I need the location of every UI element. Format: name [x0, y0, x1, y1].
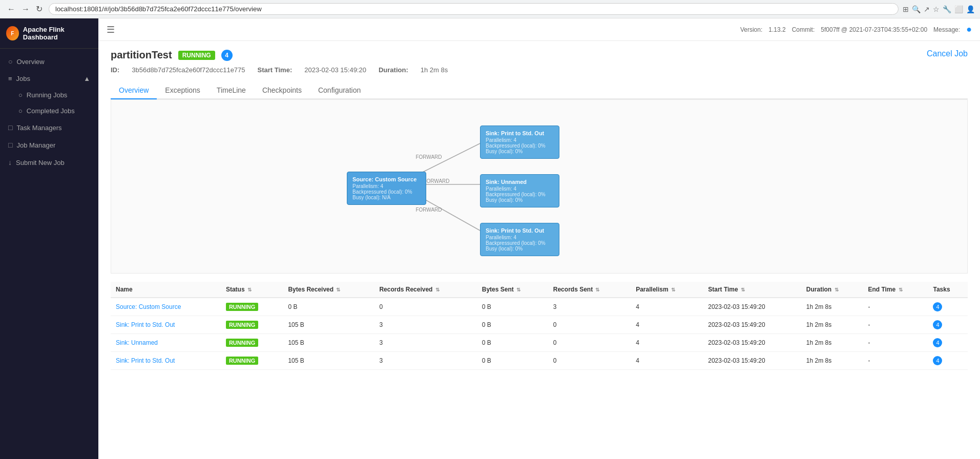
row-name-link[interactable]: Sink: Print to Std. Out [116, 357, 175, 364]
node-sink-top-parallelism: Parallelism: 4 [486, 137, 554, 143]
graph-node-sink-middle[interactable]: Sink: Unnamed Parallelism: 4 Backpressur… [480, 174, 559, 207]
job-manager-icon: □ [8, 141, 12, 149]
window-icon: ⬜ [954, 5, 963, 13]
row-start-time: 2023-02-03 15:49:20 [703, 298, 801, 316]
logo-icon: F [6, 26, 19, 40]
col-parallelism: Parallelism ⇅ [631, 282, 703, 298]
node-sink-top-backpressure: Backpressured (local): 0% [486, 143, 554, 149]
job-meta: ID: 3b56d8b7d725fca2e60f72dccc11e775 Sta… [111, 66, 448, 74]
node-sink-middle-busy: Busy (local): 0% [486, 197, 554, 203]
sidebar-item-completed-jobs-label: Completed Jobs [27, 107, 75, 115]
back-button[interactable]: ← [5, 4, 17, 15]
row-records-sent: 0 [548, 334, 631, 352]
node-sink-middle-title: Sink: Unnamed [486, 179, 554, 185]
start-time-label: Start Time: [258, 66, 293, 74]
row-records-sent: 0 [548, 316, 631, 334]
row-records-received: 3 [374, 352, 476, 370]
row-parallelism: 4 [631, 298, 703, 316]
row-status-badge: RUNNING [226, 339, 258, 347]
row-records-sent: 3 [548, 298, 631, 316]
table-body: Source: Custom Source RUNNING 0 B 0 0 B … [111, 298, 968, 370]
row-name-link[interactable]: Sink: Unnamed [116, 339, 158, 346]
row-name-link[interactable]: Sink: Print to Std. Out [116, 321, 175, 328]
hamburger-icon[interactable]: ☰ [107, 24, 115, 35]
tabs: Overview Exceptions TimeLine Checkpoints… [111, 82, 968, 99]
row-name-link[interactable]: Source: Custom Source [116, 303, 181, 310]
node-source-busy: Busy (local): N/A [352, 195, 421, 200]
sidebar-logo: F Apache Flink Dashboard [0, 18, 98, 49]
sidebar-item-submit-new-job[interactable]: ↓ Submit New Job [0, 154, 98, 171]
row-tasks: 4 [928, 316, 968, 334]
id-label: ID: [111, 66, 119, 74]
version-value: 1.13.2 [768, 26, 785, 33]
node-source-parallelism: Parallelism: 4 [352, 183, 421, 189]
row-parallelism: 4 [631, 352, 703, 370]
sidebar: F Apache Flink Dashboard ○ Overview ≡ Jo… [0, 18, 98, 459]
col-records-sent: Records Sent ⇅ [548, 282, 631, 298]
row-tasks: 4 [928, 334, 968, 352]
graph-node-source[interactable]: Source: Custom Source Parallelism: 4 Bac… [347, 172, 426, 205]
profile-icon: 👤 [966, 5, 975, 13]
address-bar[interactable] [49, 3, 899, 15]
row-bytes-received: 105 B [283, 334, 374, 352]
sidebar-item-jobs[interactable]: ≡ Jobs ▲ [0, 70, 98, 87]
row-bytes-received: 105 B [283, 352, 374, 370]
commit-label: Commit: [792, 26, 815, 33]
nav-controls[interactable]: ← → ↻ [5, 3, 45, 15]
tab-exceptions[interactable]: Exceptions [157, 82, 208, 99]
browser-bar: ← → ↻ ⊞ 🔍 ↗ ☆ 🔧 ⬜ 👤 [0, 0, 980, 18]
tab-timeline[interactable]: TimeLine [208, 82, 254, 99]
tab-overview[interactable]: Overview [111, 82, 157, 99]
tab-configuration[interactable]: Configuration [310, 82, 369, 99]
tab-checkpoints[interactable]: Checkpoints [254, 82, 310, 99]
job-start-time: 2023-02-03 15:49:20 [304, 66, 366, 74]
sidebar-item-job-manager[interactable]: □ Job Manager [0, 136, 98, 154]
row-end-time: - [863, 334, 928, 352]
sidebar-item-overview-label: Overview [16, 58, 44, 66]
svg-text:FORWARD: FORWARD [415, 154, 442, 160]
table-header: Name Status ⇅ Bytes Received ⇅ Records R… [111, 282, 968, 298]
overview-icon: ○ [8, 57, 12, 66]
sidebar-item-overview[interactable]: ○ Overview [0, 53, 98, 70]
version-label: Version: [740, 26, 762, 33]
reload-button[interactable]: ↻ [34, 3, 45, 15]
svg-text:FORWARD: FORWARD [423, 178, 449, 184]
col-status: Status ⇅ [221, 282, 283, 298]
sidebar-item-submit-new-job-label: Submit New Job [16, 159, 65, 166]
job-title: partitionTest [111, 49, 172, 61]
row-tasks: 4 [928, 298, 968, 316]
table-row: Sink: Unnamed RUNNING 105 B 3 0 B 0 4 20… [111, 334, 968, 352]
node-sink-bottom-title: Sink: Print to Std. Out [486, 227, 554, 234]
status-badge: RUNNING [178, 51, 215, 60]
logo-text: Apache Flink Dashboard [23, 26, 92, 41]
col-end-time: End Time ⇅ [863, 282, 928, 298]
row-start-time: 2023-02-03 15:49:20 [703, 316, 801, 334]
graph-node-sink-top[interactable]: Sink: Print to Std. Out Parallelism: 4 B… [480, 126, 559, 159]
sidebar-item-running-jobs-label: Running Jobs [27, 91, 68, 99]
row-bytes-sent: 0 B [477, 334, 548, 352]
table-row: Sink: Print to Std. Out RUNNING 105 B 3 … [111, 316, 968, 334]
job-id-value: 3b56d8b7d725fca2e60f72dccc11e775 [132, 66, 245, 74]
forward-button[interactable]: → [19, 4, 32, 15]
col-start-time: Start Time ⇅ [703, 282, 801, 298]
row-tasks: 4 [928, 352, 968, 370]
sidebar-nav: ○ Overview ≡ Jobs ▲ ○ Running Jobs ○ Com… [0, 49, 98, 175]
sidebar-item-completed-jobs[interactable]: ○ Completed Jobs [0, 103, 98, 119]
col-duration: Duration ⇅ [801, 282, 863, 298]
cancel-job-button[interactable]: Cancel Job [927, 49, 968, 58]
table-row: Source: Custom Source RUNNING 0 B 0 0 B … [111, 298, 968, 316]
sidebar-item-running-jobs[interactable]: ○ Running Jobs [0, 87, 98, 103]
row-bytes-sent: 0 B [477, 352, 548, 370]
running-jobs-icon: ○ [18, 91, 23, 99]
graph-node-sink-bottom[interactable]: Sink: Print to Std. Out Parallelism: 4 B… [480, 223, 559, 256]
job-duration: 1h 2m 8s [421, 66, 448, 74]
row-status-badge: RUNNING [226, 357, 258, 365]
col-name: Name [111, 282, 221, 298]
row-parallelism: 4 [631, 334, 703, 352]
sidebar-item-job-manager-label: Job Manager [16, 141, 55, 149]
content-area: partitionTest RUNNING 4 ID: 3b56d8b7d725… [98, 41, 980, 459]
row-bytes-sent: 0 B [477, 298, 548, 316]
sidebar-item-task-managers[interactable]: □ Task Managers [0, 119, 98, 136]
sidebar-item-task-managers-label: Task Managers [16, 124, 61, 132]
tasks-badge: 4 [221, 50, 233, 61]
